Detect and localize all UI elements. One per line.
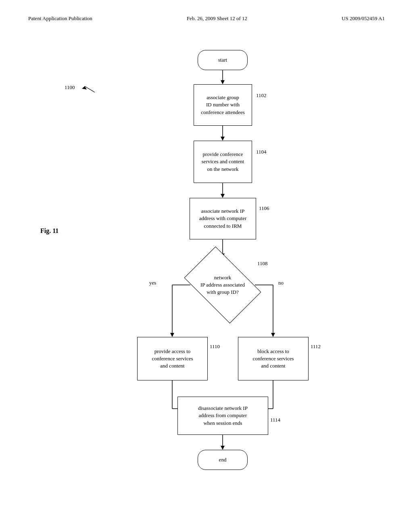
page: Patent Application Publication Feb. 26, …: [0, 0, 413, 532]
node-1112: block access to conference services and …: [238, 337, 309, 380]
node-1108: network IP address associated with group…: [190, 258, 255, 312]
ref-1106: 1106: [259, 205, 269, 212]
ref-1110: 1110: [210, 343, 220, 350]
svg-marker-10: [170, 333, 174, 337]
ref-1102: 1102: [256, 92, 267, 99]
node-1106: associate network IP address with comput…: [190, 198, 256, 239]
svg-marker-5: [221, 194, 225, 198]
node-1104: provide conference services and content …: [194, 141, 252, 183]
svg-marker-23: [82, 86, 87, 89]
svg-marker-13: [271, 333, 275, 337]
ref-1114: 1114: [270, 417, 280, 423]
header-left: Patent Application Publication: [28, 15, 92, 22]
ref-1104: 1104: [256, 149, 267, 155]
header-center: Feb. 26, 2009 Sheet 12 of 12: [187, 15, 247, 22]
fig-label: Fig. 11: [40, 227, 58, 235]
svg-marker-1: [221, 80, 225, 84]
start-node: start: [198, 50, 248, 70]
no-label: no: [278, 280, 284, 286]
yes-label: yes: [149, 280, 156, 286]
end-node: end: [198, 450, 248, 470]
diagram-label-arrow: [73, 82, 97, 94]
node-1102: associate group ID number with conferenc…: [194, 84, 252, 126]
header-right: US 2009/052459 A1: [342, 15, 385, 22]
page-header: Patent Application Publication Feb. 26, …: [16, 8, 397, 26]
svg-marker-3: [221, 137, 225, 141]
flowchart-diagram: start associate group ID number with con…: [16, 30, 397, 517]
diamond-text-1108: network IP address associated with group…: [196, 274, 249, 296]
node-1110: provide access to conference services an…: [137, 337, 208, 380]
ref-1112: 1112: [311, 343, 321, 350]
ref-1108: 1108: [257, 260, 268, 267]
svg-marker-21: [221, 446, 225, 450]
node-1114: disassociate network IP address from com…: [177, 397, 268, 435]
